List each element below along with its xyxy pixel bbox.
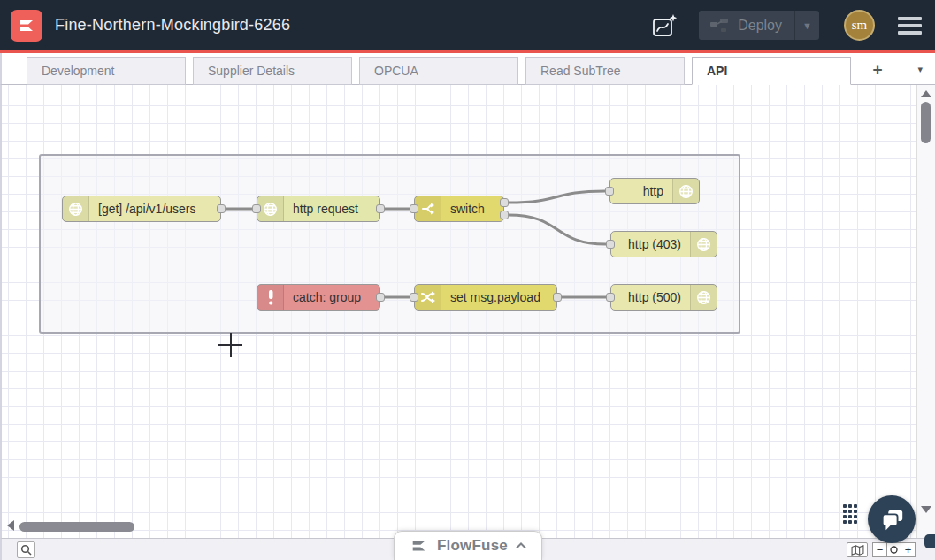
input-port[interactable]: [605, 187, 614, 196]
flow-list-caret[interactable]: ▾: [917, 64, 923, 75]
input-port[interactable]: [606, 240, 615, 249]
tab-supplier-details[interactable]: Supplier Details: [193, 57, 352, 85]
main-menu-icon[interactable]: [898, 17, 922, 35]
output-port[interactable]: [376, 293, 385, 302]
zoom-reset-icon: [890, 546, 898, 554]
scroll-left-icon[interactable]: [7, 520, 14, 531]
flowfuse-logo-icon[interactable]: [11, 10, 42, 42]
input-port[interactable]: [410, 204, 418, 213]
output-port[interactable]: [217, 204, 226, 213]
flow-node-http-response-403[interactable]: http (403): [610, 231, 717, 257]
horizontal-scroll-thumb[interactable]: [19, 522, 134, 532]
deploy-button[interactable]: Deploy ▼: [699, 11, 819, 40]
flow-node-http-response-500[interactable]: http (500): [610, 284, 717, 311]
flow-tabs: DevelopmentSupplier DetailsOPCUARead Sub…: [27, 57, 851, 85]
node-label: http (500): [611, 285, 690, 310]
chat-bubbles-icon: [878, 506, 905, 533]
scroll-up-icon[interactable]: [921, 90, 931, 97]
flowfuse-gray-logo-icon: [410, 536, 429, 556]
flow-node-catch-group[interactable]: catch: group: [257, 284, 380, 311]
deploy-button-label: Deploy: [738, 18, 782, 34]
node-label: http: [610, 179, 672, 203]
output-port[interactable]: [500, 211, 509, 219]
vertical-scrollbar[interactable]: [916, 85, 935, 538]
chat-widget-button[interactable]: [868, 495, 916, 543]
shuffle-icon: [415, 285, 441, 310]
exclamation-icon: [257, 285, 284, 310]
vertical-scroll-thumb[interactable]: [921, 102, 931, 143]
node-label: catch: group: [284, 285, 379, 310]
flow-canvas[interactable]: [get] /api/v1/usershttp requestswitchhtt…: [0, 85, 935, 538]
input-port[interactable]: [252, 204, 261, 213]
node-label: http (403): [611, 232, 690, 257]
node-label: switch: [441, 196, 503, 221]
ai-assistant-icon[interactable]: [649, 11, 679, 41]
flow-node-http-request[interactable]: http request: [257, 196, 380, 222]
header: Fine-Northern-Mockingbird-6266 Deploy ▼: [0, 0, 935, 53]
flow-node-http-in[interactable]: [get] /api/v1/users: [62, 196, 221, 222]
search-button[interactable]: [17, 541, 35, 558]
deploy-options-caret[interactable]: ▼: [794, 11, 819, 40]
flowfuse-label: FlowFuse: [437, 537, 508, 555]
fork-icon: [415, 196, 441, 221]
tab-read-subtree[interactable]: Read SubTree: [525, 57, 685, 85]
tab-development[interactable]: Development: [27, 57, 186, 85]
deploy-nodes-icon: [709, 18, 729, 34]
zoom-in-button[interactable]: +: [901, 542, 916, 557]
globe-icon: [690, 232, 717, 257]
chat-drag-handle[interactable]: [843, 504, 857, 524]
chat-corner-element: [924, 534, 935, 548]
output-port[interactable]: [553, 293, 562, 302]
globe-icon: [690, 285, 717, 310]
input-port[interactable]: [606, 293, 615, 302]
tab-opcua[interactable]: OPCUA: [359, 57, 518, 85]
flowfuse-panel-toggle[interactable]: FlowFuse: [394, 531, 542, 560]
avatar-initials: sm: [852, 18, 868, 33]
flow-node-switch[interactable]: switch: [414, 196, 504, 222]
node-label: [get] /api/v1/users: [89, 196, 220, 221]
navigator-button[interactable]: [847, 542, 868, 557]
flow-tab-bar: DevelopmentSupplier DetailsOPCUARead Sub…: [0, 53, 935, 85]
node-label: http request: [284, 196, 379, 221]
node-label: set msg.payload: [441, 285, 556, 310]
search-icon: [20, 544, 32, 556]
add-flow-button[interactable]: +: [866, 60, 889, 81]
globe-icon: [257, 196, 284, 221]
tab-api[interactable]: API: [692, 57, 851, 85]
input-port[interactable]: [410, 293, 418, 302]
scroll-down-icon[interactable]: [921, 506, 931, 513]
output-port[interactable]: [500, 198, 509, 207]
globe-icon: [672, 179, 699, 203]
globe-icon: [63, 196, 89, 221]
user-avatar[interactable]: sm: [844, 10, 875, 41]
map-icon: [851, 545, 864, 556]
zoom-reset-button[interactable]: [886, 542, 901, 557]
flow-node-http-response[interactable]: http: [609, 178, 700, 204]
output-port[interactable]: [376, 204, 385, 213]
chevron-up-icon: [516, 542, 526, 549]
flow-node-change[interactable]: set msg.payload: [414, 284, 557, 311]
instance-title: Fine-Northern-Mockingbird-6266: [55, 16, 290, 35]
zoom-out-button[interactable]: −: [872, 542, 887, 557]
